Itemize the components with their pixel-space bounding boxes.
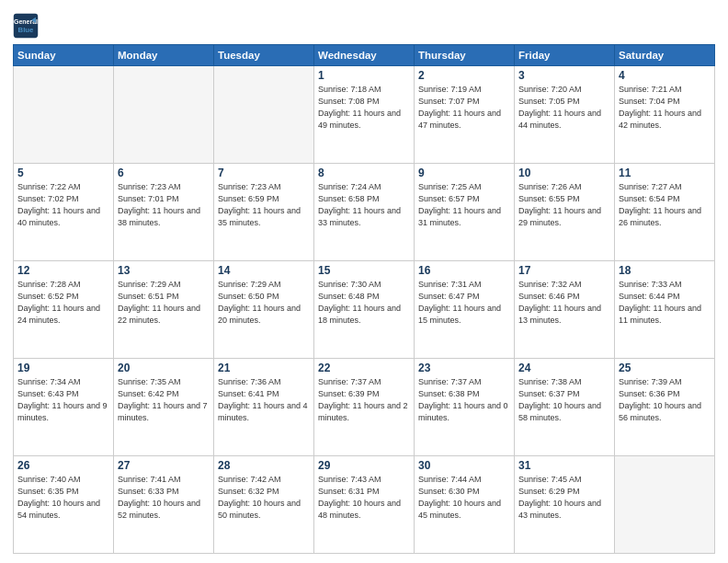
header: General Blue [13, 9, 715, 39]
calendar-cell: 2Sunrise: 7:19 AMSunset: 7:07 PMDaylight… [415, 66, 515, 164]
calendar-cell: 10Sunrise: 7:26 AMSunset: 6:55 PMDayligh… [515, 164, 615, 261]
day-number: 4 [619, 69, 711, 82]
day-detail: Sunrise: 7:38 AMSunset: 6:37 PMDaylight:… [518, 376, 610, 424]
calendar-cell: 11Sunrise: 7:27 AMSunset: 6:54 PMDayligh… [615, 164, 715, 261]
day-detail: Sunrise: 7:40 AMSunset: 6:35 PMDaylight:… [17, 474, 109, 522]
day-detail: Sunrise: 7:42 AMSunset: 6:32 PMDaylight:… [218, 474, 310, 522]
week-row-3: 12Sunrise: 7:28 AMSunset: 6:52 PMDayligh… [14, 261, 715, 359]
weekday-header-thursday: Thursday [415, 45, 515, 66]
day-number: 8 [318, 167, 410, 179]
day-number: 30 [418, 459, 510, 472]
day-detail: Sunrise: 7:23 AMSunset: 7:01 PMDaylight:… [118, 181, 210, 229]
day-number: 2 [418, 69, 510, 82]
day-detail: Sunrise: 7:25 AMSunset: 6:57 PMDaylight:… [418, 181, 510, 229]
day-detail: Sunrise: 7:31 AMSunset: 6:47 PMDaylight:… [418, 279, 510, 327]
day-detail: Sunrise: 7:41 AMSunset: 6:33 PMDaylight:… [118, 474, 210, 522]
calendar-cell: 31Sunrise: 7:45 AMSunset: 6:29 PMDayligh… [515, 456, 615, 554]
day-detail: Sunrise: 7:45 AMSunset: 6:29 PMDaylight:… [518, 474, 610, 522]
weekday-header-saturday: Saturday [615, 45, 715, 66]
calendar-cell: 6Sunrise: 7:23 AMSunset: 7:01 PMDaylight… [114, 164, 214, 261]
calendar-cell: 17Sunrise: 7:32 AMSunset: 6:46 PMDayligh… [515, 261, 615, 359]
day-detail: Sunrise: 7:18 AMSunset: 7:08 PMDaylight:… [318, 84, 410, 132]
weekday-header-tuesday: Tuesday [214, 45, 314, 66]
day-detail: Sunrise: 7:39 AMSunset: 6:36 PMDaylight:… [619, 376, 711, 424]
logo-icon: General Blue [13, 13, 39, 39]
calendar-cell: 14Sunrise: 7:29 AMSunset: 6:50 PMDayligh… [214, 261, 314, 359]
day-number: 23 [418, 362, 510, 374]
day-number: 29 [318, 459, 410, 472]
day-detail: Sunrise: 7:20 AMSunset: 7:05 PMDaylight:… [518, 84, 610, 132]
calendar-cell: 20Sunrise: 7:35 AMSunset: 6:42 PMDayligh… [114, 359, 214, 456]
weekday-header-monday: Monday [114, 45, 214, 66]
day-number: 13 [118, 264, 210, 277]
calendar-cell: 25Sunrise: 7:39 AMSunset: 6:36 PMDayligh… [615, 359, 715, 456]
day-number: 20 [118, 362, 210, 374]
day-detail: Sunrise: 7:27 AMSunset: 6:54 PMDaylight:… [619, 181, 711, 229]
calendar-cell: 21Sunrise: 7:36 AMSunset: 6:41 PMDayligh… [214, 359, 314, 456]
calendar-cell: 27Sunrise: 7:41 AMSunset: 6:33 PMDayligh… [114, 456, 214, 554]
day-detail: Sunrise: 7:36 AMSunset: 6:41 PMDaylight:… [218, 376, 310, 424]
weekday-header-wednesday: Wednesday [314, 45, 415, 66]
calendar-cell: 13Sunrise: 7:29 AMSunset: 6:51 PMDayligh… [114, 261, 214, 359]
week-row-4: 19Sunrise: 7:34 AMSunset: 6:43 PMDayligh… [14, 359, 715, 456]
calendar-cell: 24Sunrise: 7:38 AMSunset: 6:37 PMDayligh… [515, 359, 615, 456]
day-number: 21 [218, 362, 310, 374]
day-number: 28 [218, 459, 310, 472]
day-number: 1 [318, 69, 410, 82]
day-number: 12 [17, 264, 109, 277]
calendar-cell [615, 456, 715, 554]
calendar-cell: 12Sunrise: 7:28 AMSunset: 6:52 PMDayligh… [14, 261, 114, 359]
day-number: 16 [418, 264, 510, 277]
day-detail: Sunrise: 7:34 AMSunset: 6:43 PMDaylight:… [17, 376, 109, 424]
day-number: 5 [17, 167, 109, 179]
day-number: 31 [518, 459, 610, 472]
page: General Blue SundayMondayTuesdayWednesda… [0, 0, 728, 563]
day-detail: Sunrise: 7:35 AMSunset: 6:42 PMDaylight:… [118, 376, 210, 424]
calendar-cell: 29Sunrise: 7:43 AMSunset: 6:31 PMDayligh… [314, 456, 415, 554]
calendar-cell [14, 66, 114, 164]
week-row-1: 1Sunrise: 7:18 AMSunset: 7:08 PMDaylight… [14, 66, 715, 164]
calendar-cell: 3Sunrise: 7:20 AMSunset: 7:05 PMDaylight… [515, 66, 615, 164]
day-number: 7 [218, 167, 310, 179]
day-detail: Sunrise: 7:24 AMSunset: 6:58 PMDaylight:… [318, 181, 410, 229]
day-number: 11 [619, 167, 711, 179]
day-number: 15 [318, 264, 410, 277]
week-row-5: 26Sunrise: 7:40 AMSunset: 6:35 PMDayligh… [14, 456, 715, 554]
week-row-2: 5Sunrise: 7:22 AMSunset: 7:02 PMDaylight… [14, 164, 715, 261]
calendar-cell [114, 66, 214, 164]
day-detail: Sunrise: 7:23 AMSunset: 6:59 PMDaylight:… [218, 181, 310, 229]
logo: General Blue [13, 13, 39, 39]
calendar-cell: 8Sunrise: 7:24 AMSunset: 6:58 PMDaylight… [314, 164, 415, 261]
calendar-cell: 7Sunrise: 7:23 AMSunset: 6:59 PMDaylight… [214, 164, 314, 261]
day-detail: Sunrise: 7:22 AMSunset: 7:02 PMDaylight:… [17, 181, 109, 229]
day-detail: Sunrise: 7:21 AMSunset: 7:04 PMDaylight:… [619, 84, 711, 132]
day-number: 17 [518, 264, 610, 277]
day-number: 14 [218, 264, 310, 277]
day-detail: Sunrise: 7:37 AMSunset: 6:38 PMDaylight:… [418, 376, 510, 424]
calendar-table: SundayMondayTuesdayWednesdayThursdayFrid… [13, 44, 715, 554]
day-number: 9 [418, 167, 510, 179]
calendar-cell: 18Sunrise: 7:33 AMSunset: 6:44 PMDayligh… [615, 261, 715, 359]
day-detail: Sunrise: 7:29 AMSunset: 6:50 PMDaylight:… [218, 279, 310, 327]
calendar-cell: 19Sunrise: 7:34 AMSunset: 6:43 PMDayligh… [14, 359, 114, 456]
weekday-header-friday: Friday [515, 45, 615, 66]
svg-text:Blue: Blue [18, 26, 35, 34]
day-detail: Sunrise: 7:43 AMSunset: 6:31 PMDaylight:… [318, 474, 410, 522]
calendar-cell: 1Sunrise: 7:18 AMSunset: 7:08 PMDaylight… [314, 66, 415, 164]
day-detail: Sunrise: 7:28 AMSunset: 6:52 PMDaylight:… [17, 279, 109, 327]
calendar-cell: 23Sunrise: 7:37 AMSunset: 6:38 PMDayligh… [415, 359, 515, 456]
day-detail: Sunrise: 7:37 AMSunset: 6:39 PMDaylight:… [318, 376, 410, 424]
day-detail: Sunrise: 7:33 AMSunset: 6:44 PMDaylight:… [619, 279, 711, 327]
day-detail: Sunrise: 7:44 AMSunset: 6:30 PMDaylight:… [418, 474, 510, 522]
day-number: 25 [619, 362, 711, 374]
calendar-cell: 22Sunrise: 7:37 AMSunset: 6:39 PMDayligh… [314, 359, 415, 456]
weekday-header-sunday: Sunday [14, 45, 114, 66]
day-number: 27 [118, 459, 210, 472]
day-number: 18 [619, 264, 711, 277]
calendar-cell: 28Sunrise: 7:42 AMSunset: 6:32 PMDayligh… [214, 456, 314, 554]
day-detail: Sunrise: 7:32 AMSunset: 6:46 PMDaylight:… [518, 279, 610, 327]
calendar-cell [214, 66, 314, 164]
calendar-cell: 16Sunrise: 7:31 AMSunset: 6:47 PMDayligh… [415, 261, 515, 359]
day-number: 3 [518, 69, 610, 82]
day-number: 26 [17, 459, 109, 472]
